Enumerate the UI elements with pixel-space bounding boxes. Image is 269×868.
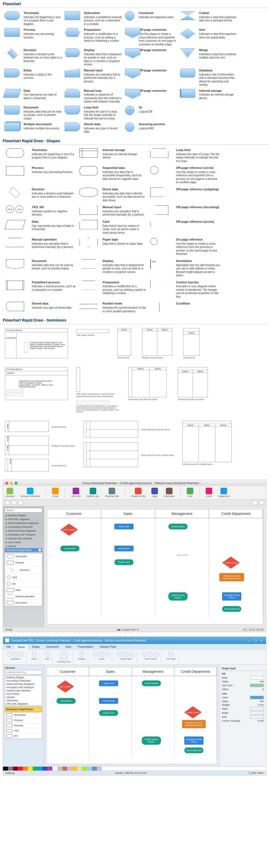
stencil-item[interactable]: Decision	[5, 723, 42, 728]
lib-item[interactable]: ▸ Active Directory Diagrams	[5, 529, 42, 533]
stencil-item[interactable]: Decision	[5, 566, 42, 575]
node-buy[interactable]: Buy Product	[60, 524, 78, 536]
ribbon-tab-solution park[interactable]: Solution Park	[97, 644, 119, 650]
line-color[interactable]	[250, 696, 264, 699]
lib-item[interactable]: Area Charts	[5, 692, 42, 695]
lib-item[interactable]: ▸ Area Charts	[5, 540, 42, 544]
stencil-item[interactable]: NO	[5, 581, 42, 587]
palette-swatch[interactable]	[92, 767, 97, 771]
palette-swatch[interactable]	[28, 767, 33, 771]
node-salescall[interactable]: Sales Call	[114, 524, 134, 529]
magnify-icon[interactable]	[259, 501, 264, 505]
node-review[interactable]: Review Accounts Receivable Report	[182, 720, 206, 728]
stencil-item[interactable]: YES	[5, 575, 42, 581]
lib-selected[interactable]: Flowcharts Rapid Draw	[5, 707, 42, 712]
line-begin[interactable]	[250, 711, 264, 714]
stencil-item[interactable]: Process	[5, 718, 42, 723]
toolbar-delete-link[interactable]: Delete Link	[87, 488, 99, 498]
stencil-item[interactable]: Manual operation	[5, 593, 42, 600]
node-approved[interactable]: Terms Approved	[184, 747, 203, 753]
ribbon-icon[interactable]	[13, 652, 18, 657]
ribbon-tab-shape[interactable]: Shape	[29, 644, 43, 650]
lib-item[interactable]: Astronomy	[5, 699, 42, 702]
node-criteria[interactable]: Credit Criteria	[168, 524, 188, 529]
stencil-item[interactable]: Terminator	[5, 713, 42, 718]
node-issued[interactable]: Credit Issued Report	[168, 592, 188, 600]
palette-swatch[interactable]	[18, 767, 23, 771]
node-buy[interactable]: Buy Product	[57, 680, 74, 692]
node-document[interactable]: Document	[57, 698, 76, 704]
node-calc[interactable]: Calculate Credit Terms	[184, 737, 203, 745]
lib-item[interactable]: Active Directory Diagrams	[5, 682, 42, 686]
toolbar-rotate-flip[interactable]: Rotate & Flip	[131, 488, 145, 498]
palette-swatch[interactable]	[97, 767, 102, 771]
node-orderform[interactable]: Order Form	[114, 559, 134, 565]
palette-swatch[interactable]	[77, 767, 82, 771]
minimize-icon[interactable]: —	[246, 639, 253, 642]
magnify-icon[interactable]	[253, 501, 257, 505]
stencil-item[interactable]: NO	[5, 734, 42, 739]
mac-canvas[interactable]: CustomerSalesManagementCredit Department…	[47, 509, 263, 624]
palette-swatch[interactable]	[62, 767, 67, 771]
toolbar-grid[interactable]: Grid	[187, 488, 193, 498]
palette-swatch[interactable]	[53, 767, 57, 771]
ribbon-tab-document[interactable]: Document	[43, 644, 62, 650]
second-color[interactable]	[250, 684, 264, 687]
alpha2-value[interactable]: 0	[262, 688, 264, 691]
ribbon-icon[interactable]	[154, 652, 159, 657]
lib-item[interactable]: Android User Interface	[5, 689, 42, 692]
node-orderentry[interactable]: Order Entry	[99, 698, 118, 704]
toolbar-reverse-link[interactable]: Reverse link	[105, 488, 119, 498]
toolbar-color[interactable]: Color	[206, 488, 212, 498]
lib-item[interactable]: Accounting Flowcharts	[5, 679, 42, 682]
tool-icon[interactable]	[12, 501, 16, 505]
node-issued[interactable]: Credit Issued Report	[142, 737, 161, 745]
node-creditcheck[interactable]: Credit Check	[222, 557, 240, 569]
status-zoom[interactable]: 🔍 52% ━━●━━	[247, 772, 264, 774]
node-orderform[interactable]: Order Form	[99, 710, 118, 716]
stencil-item[interactable]: YES	[5, 728, 42, 734]
ribbon-icon[interactable]	[7, 652, 12, 657]
toolbar-browse-solutions[interactable]: Browse Solutions	[21, 488, 40, 498]
lib-item[interactable]: Aerospace and Transport	[5, 686, 42, 689]
close-icon[interactable]	[5, 482, 8, 485]
ribbon-icon[interactable]	[79, 652, 85, 657]
node-review[interactable]: Review Accounts Receivable Report	[220, 573, 244, 581]
weight[interactable]: 0 mm	[258, 704, 264, 706]
ribbon-icon[interactable]	[105, 652, 110, 657]
lib-item[interactable]: ▸ Drawing Shapes	[5, 514, 42, 517]
ribbon-tab-view[interactable]: View	[62, 644, 75, 650]
ribbon-icon[interactable]	[169, 652, 174, 657]
lib-item[interactable]: Artwork	[5, 695, 42, 699]
toolbar-distribute[interactable]: Distribute	[164, 488, 174, 498]
palette-swatch[interactable]	[67, 767, 72, 771]
win-canvas[interactable]: CustomerSalesManagementCredit Department…	[46, 667, 217, 764]
lib-item[interactable]: ATM UML Diagrams	[5, 702, 42, 706]
line-alpha[interactable]: 100	[260, 700, 264, 703]
ribbon-icon[interactable]	[60, 652, 68, 659]
ribbon-icon[interactable]	[117, 652, 122, 657]
search-input[interactable]	[5, 508, 42, 513]
lib-item[interactable]: Drawing Shapes	[5, 676, 42, 679]
node-salescall[interactable]: Sales Call	[99, 680, 118, 686]
lib-item[interactable]: ▸ Accounting Flowcharts	[5, 525, 42, 529]
maximize-icon[interactable]: ▢	[253, 639, 258, 642]
palette-swatch[interactable]	[47, 767, 53, 771]
palette-swatch[interactable]	[3, 767, 8, 771]
ribbon-icon[interactable]	[129, 652, 134, 657]
ribbon-tab-file[interactable]: File	[3, 644, 14, 650]
node-calc[interactable]: Calculate Credit Terms	[222, 592, 241, 600]
node-criteria[interactable]: Credit Criteria	[142, 680, 161, 686]
line-style[interactable]	[250, 707, 264, 710]
palette-swatch[interactable]	[57, 767, 62, 771]
lib-item[interactable]: ▸ Artwork	[5, 544, 42, 548]
palette-swatch[interactable]	[87, 767, 92, 771]
close-icon[interactable]: ✕	[258, 639, 264, 642]
ribbon-icon[interactable]	[142, 652, 147, 657]
palette-swatch[interactable]	[8, 767, 13, 771]
palette-swatch[interactable]	[33, 767, 38, 771]
stencil-item[interactable]: Data	[5, 587, 42, 593]
node-orderentry[interactable]: Order Entry	[114, 546, 134, 551]
palette-swatch[interactable]	[82, 767, 87, 771]
stencil-item[interactable]: Process	[5, 560, 42, 566]
